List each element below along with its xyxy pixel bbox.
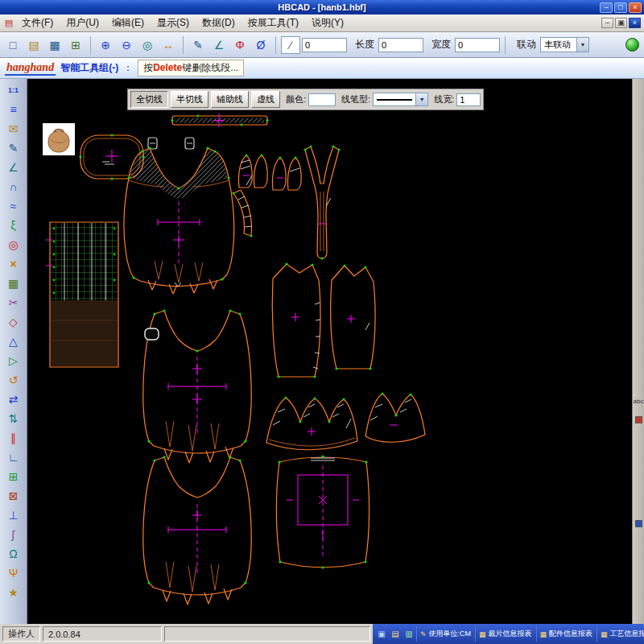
- mdi-restore-button[interactable]: ▣: [615, 18, 627, 28]
- piece-top-strip[interactable]: [171, 114, 268, 127]
- zoom-fit-icon[interactable]: ◎: [138, 35, 157, 55]
- menu-display[interactable]: 显示(S): [151, 14, 195, 31]
- pencil-tool-icon[interactable]: ✎: [188, 35, 208, 55]
- angle-tool-icon[interactable]: ∠: [209, 35, 229, 55]
- tool-plusbox-icon[interactable]: ⊞: [3, 467, 24, 486]
- full-cut-line-button[interactable]: 全切线: [130, 91, 168, 108]
- menu-user[interactable]: 用户(U): [60, 14, 105, 31]
- product-photo: [43, 123, 75, 155]
- red-marker-icon[interactable]: [635, 416, 642, 423]
- tool-psi-icon[interactable]: Ψ: [3, 564, 24, 583]
- width-input[interactable]: [455, 38, 500, 52]
- piece-side-panel-a[interactable]: [272, 263, 320, 378]
- tool-swap-icon[interactable]: ⇄: [3, 390, 24, 409]
- piece-mitts-b[interactable]: [272, 157, 301, 190]
- tool-star-icon[interactable]: ★: [3, 583, 24, 602]
- assistant-ball-icon[interactable]: [625, 38, 639, 52]
- tool-curve-icon[interactable]: ξ: [3, 216, 24, 235]
- tool-xbox-icon[interactable]: ⊠: [3, 486, 24, 506]
- tool-play-icon[interactable]: ▷: [3, 351, 24, 370]
- maximize-button[interactable]: □: [614, 2, 627, 13]
- abc-label[interactable]: abc: [634, 398, 644, 405]
- save-file-icon[interactable]: ▦: [45, 35, 64, 55]
- angle-input[interactable]: [302, 38, 347, 52]
- piece-report-button[interactable]: ▦ 裁片信息报表: [475, 626, 535, 642]
- minimize-button[interactable]: –: [600, 2, 613, 13]
- tray-notes-icon[interactable]: ▥: [402, 628, 415, 641]
- tool-notes-icon[interactable]: ✉: [3, 119, 24, 138]
- pan-icon[interactable]: ↔: [159, 35, 178, 55]
- close-button[interactable]: ×: [629, 2, 642, 13]
- link-mode-select[interactable]: 丰联动 ▼: [540, 37, 589, 52]
- menu-edit[interactable]: 编辑(E): [106, 14, 150, 31]
- slash-measure-icon[interactable]: ∕: [281, 36, 300, 54]
- tool-cross-icon[interactable]: ×: [3, 254, 24, 274]
- chevron-down-icon[interactable]: ▼: [576, 38, 588, 52]
- tool-arc-icon[interactable]: ∩: [3, 177, 24, 196]
- piece-mitts-a[interactable]: [238, 155, 267, 188]
- tool-1to1-icon[interactable]: 1:1: [3, 80, 24, 100]
- accessory-report-button[interactable]: ▦ 配件信息报表: [536, 626, 597, 642]
- menu-layout-tools[interactable]: 按展工具(T): [242, 14, 304, 31]
- mdi-minimize-button[interactable]: –: [601, 18, 613, 28]
- tool-wave-icon[interactable]: ≈: [3, 196, 24, 216]
- piece-clip-hardware[interactable]: [145, 328, 159, 340]
- print-icon[interactable]: ⊞: [66, 35, 85, 55]
- tool-updown-icon[interactable]: ⇅: [3, 409, 24, 428]
- piece-peaks-small[interactable]: [365, 393, 425, 443]
- half-cut-line-button[interactable]: 半切线: [171, 91, 208, 108]
- piece-y-strap[interactable]: [304, 146, 341, 260]
- tool-scissors-icon[interactable]: ✂: [3, 293, 24, 312]
- zoom-out-icon[interactable]: ⊖: [117, 35, 136, 55]
- tool-circle-icon[interactable]: ◎: [3, 235, 24, 254]
- chevron-down-icon[interactable]: ▼: [415, 93, 427, 105]
- tray-folder-icon[interactable]: ▤: [389, 628, 402, 641]
- brand-logo: hanghand: [5, 61, 56, 76]
- line-sample-swatch: [377, 99, 412, 101]
- piece-top-vest[interactable]: [124, 147, 234, 294]
- line-width-input[interactable]: [456, 93, 481, 106]
- piece-middle-vest[interactable]: [143, 309, 251, 463]
- zoom-in-icon[interactable]: ⊕: [96, 35, 115, 55]
- piece-peaks-large[interactable]: [266, 397, 357, 450]
- drawing-canvas[interactable]: 全切线 半切线 辅助线 虚线 颜色: 线笔型: ▼ 线宽:: [27, 79, 632, 624]
- titlebar: HBCAD - [hanb1.hbf] – □ ×: [0, 0, 644, 14]
- dashed-line-button[interactable]: 虚线: [251, 91, 280, 108]
- line-type-select[interactable]: ▼: [373, 93, 428, 106]
- color-field[interactable]: [308, 93, 336, 106]
- piece-bottom-panel[interactable]: [276, 455, 369, 568]
- tool-angle-icon[interactable]: ∠: [3, 158, 24, 177]
- accessory-report-label: 配件信息报表: [549, 629, 592, 639]
- piece-curved-bands[interactable]: [233, 175, 253, 237]
- menu-data[interactable]: 数据(D): [196, 14, 241, 31]
- tool-lines-icon[interactable]: ≡: [3, 100, 24, 119]
- tool-corner-icon[interactable]: ∟: [3, 448, 24, 467]
- phi-tool-icon[interactable]: Φ: [230, 35, 250, 55]
- aux-line-button[interactable]: 辅助线: [211, 91, 249, 108]
- diameter-tool-icon[interactable]: Ø: [251, 35, 270, 55]
- tool-grid-icon[interactable]: ▦: [3, 274, 24, 293]
- length-input[interactable]: [378, 38, 423, 52]
- menu-file[interactable]: 文件(F): [16, 14, 59, 31]
- tool-rotate-icon[interactable]: ↺: [3, 370, 24, 390]
- menu-help[interactable]: 说明(Y): [306, 14, 349, 31]
- tool-diamond-icon[interactable]: ◇: [3, 312, 24, 332]
- new-file-icon[interactable]: □: [3, 35, 23, 55]
- tool-pencil-icon[interactable]: ✎: [3, 138, 24, 158]
- tool-spline-icon[interactable]: ∫: [3, 525, 24, 544]
- piece-buckles[interactable]: [148, 138, 194, 149]
- piece-gusset-grid[interactable]: [46, 222, 118, 367]
- unit-indicator[interactable]: ✎ 使用单位:CM: [416, 626, 474, 642]
- piece-bottom-vest[interactable]: [143, 456, 251, 605]
- tray-window-icon[interactable]: ▣: [375, 628, 388, 641]
- tool-perpendicular-icon[interactable]: ⊥: [3, 506, 24, 525]
- mdi-close-button[interactable]: ×: [629, 18, 641, 28]
- blue-marker-icon[interactable]: [635, 520, 642, 527]
- tool-parallel-icon[interactable]: ∥: [3, 428, 24, 448]
- handbag-image: [43, 123, 75, 155]
- piece-side-panel-b[interactable]: [331, 265, 375, 370]
- craft-report-button[interactable]: ▦ 工艺信息报表: [597, 626, 644, 642]
- open-file-icon[interactable]: ▤: [24, 35, 43, 55]
- tool-triangle-icon[interactable]: △: [3, 332, 24, 351]
- tool-omega-icon[interactable]: Ω: [3, 544, 24, 564]
